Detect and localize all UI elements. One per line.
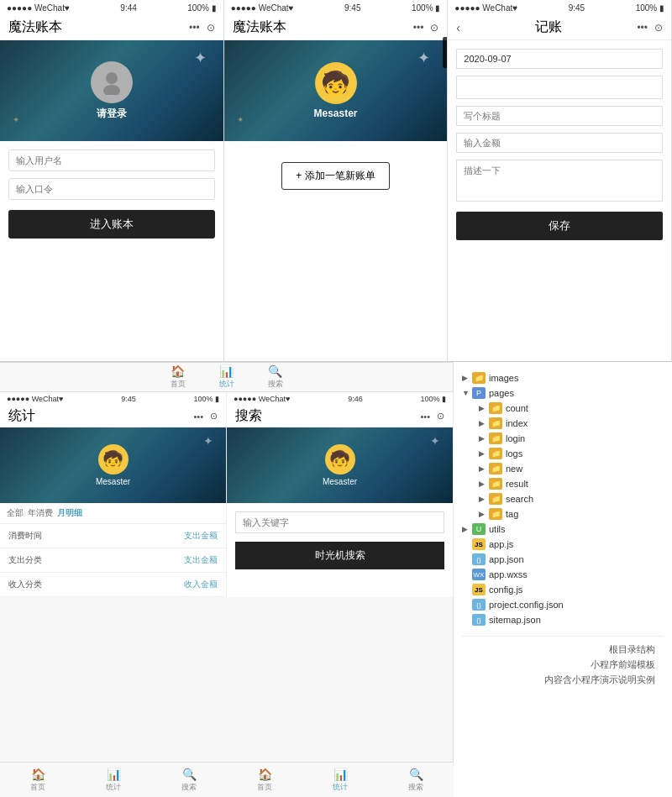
arrow-utils: ▶ <box>462 525 472 533</box>
title-search: 搜索 <box>235 407 262 425</box>
arrow-result: ▶ <box>479 480 489 488</box>
list-item[interactable]: ▶ 📁 login <box>462 431 664 446</box>
hero-name-p1: 请登录 <box>97 107 127 121</box>
bottom-nav: 🏠 首页 📊 统计 🔍 搜索 🏠 首页 📊 统计 🔍 搜索 <box>0 762 454 797</box>
tab-search[interactable]: 🔍 搜索 <box>268 364 283 390</box>
password-input[interactable] <box>8 178 215 200</box>
tree-label-logs: logs <box>506 448 522 459</box>
arrow-count: ▶ <box>479 404 489 412</box>
arrow-search: ▶ <box>479 495 489 503</box>
arrow-tag: ▶ <box>479 510 489 518</box>
scan-icon-p2[interactable]: ⊙ <box>430 22 438 34</box>
list-item[interactable]: ▶ 📁 count <box>462 401 664 416</box>
stats-tab-icon: 📊 <box>219 364 234 378</box>
list-item[interactable]: ▶ 📁 new <box>462 461 664 476</box>
more-icon-p3[interactable]: ••• <box>637 22 648 34</box>
bottom-phones: ●●●●● WeChat♥ 9:45 100% ▮ 统计 ••• ⊙ 🧒 Mes… <box>0 392 454 597</box>
list-item[interactable]: ▶ 📁 images <box>462 370 664 385</box>
list-item[interactable]: ▶ 📁 index <box>462 416 664 431</box>
title-icons-p2: ••• ⊙ <box>413 22 439 34</box>
amount-input[interactable] <box>456 133 663 153</box>
scan-icon-p3[interactable]: ⊙ <box>654 22 663 34</box>
folder-icon-result: 📁 <box>489 478 502 490</box>
nav-stats-1[interactable]: 📊 统计 <box>106 768 121 793</box>
list-item[interactable]: {} sitemap.json <box>462 612 664 627</box>
tree-label-sitemapjson: sitemap.json <box>489 615 541 625</box>
arrow-login: ▶ <box>479 434 489 443</box>
save-button[interactable]: 保存 <box>456 212 663 240</box>
folder-icon-images: 📁 <box>472 372 486 384</box>
list-item[interactable]: ▶ 📁 result <box>462 476 664 491</box>
signal-p1: ●●●●● WeChat♥ <box>7 3 70 13</box>
list-item[interactable]: JS app.js <box>462 537 664 552</box>
search-tab-label: 搜索 <box>268 379 283 390</box>
nav-stats-2[interactable]: 📊 统计 <box>333 768 348 793</box>
filter-year[interactable]: 年消费 <box>28 507 53 519</box>
list-item[interactable]: JS config.js <box>462 582 664 597</box>
search-phone: ●●●●● WeChat♥ 9:46 100% ▮ 搜索 ••• ⊙ 🧒 Mes… <box>227 392 454 597</box>
add-transaction-button[interactable]: + 添加一笔新账单 <box>281 162 389 190</box>
bottom-text-1: 小程序前端模板 <box>470 658 655 671</box>
folder-icon-pages: P <box>472 387 486 399</box>
nav-search-label-2: 搜索 <box>408 782 423 793</box>
nav-search-1[interactable]: 🔍 搜索 <box>181 768 197 793</box>
tab-stats[interactable]: 📊 统计 <box>219 364 234 390</box>
list-item[interactable]: WX app.wxss <box>462 567 664 582</box>
desc-input[interactable] <box>456 160 663 202</box>
home-tab-icon: 🏠 <box>171 364 185 378</box>
tab-home[interactable]: 🏠 首页 <box>171 364 186 390</box>
more-icon-stats[interactable]: ••• <box>193 412 203 422</box>
tree-label-count: count <box>506 403 528 413</box>
username-input[interactable] <box>8 149 215 171</box>
tree-label-appjs: app.js <box>489 539 513 549</box>
more-icon-p2[interactable]: ••• <box>413 22 424 34</box>
more-icon-search[interactable]: ••• <box>420 412 430 422</box>
login-button[interactable]: 进入账本 <box>8 210 215 239</box>
list-item[interactable]: ▶ 📁 search <box>462 491 664 506</box>
tree-label-search: search <box>506 494 533 504</box>
list-item[interactable]: ▶ 📁 tag <box>462 506 664 522</box>
title-icons-p3: ••• ⊙ <box>637 22 663 34</box>
more-icon[interactable]: ••• <box>189 22 200 34</box>
icons-stats: ••• ⊙ <box>193 411 218 422</box>
hero-bg-p1: 请登录 <box>0 40 223 141</box>
tree-label-pages: pages <box>489 388 514 398</box>
scan-icon-stats[interactable]: ⊙ <box>210 411 218 422</box>
nav-stats-icon-1: 📊 <box>107 768 121 781</box>
scan-icon-search[interactable]: ⊙ <box>437 411 444 422</box>
transaction-form: 保存 <box>448 40 671 249</box>
signal-stats: ●●●●● WeChat♥ <box>7 395 63 403</box>
nav-home-1[interactable]: 🏠 首页 <box>30 768 45 793</box>
list-item[interactable]: ▶ U utils <box>462 522 664 537</box>
stats-filters: 全部 年消费 月明细 <box>0 503 226 524</box>
avatar-stats: 🧒 <box>98 444 129 475</box>
scan-icon[interactable]: ⊙ <box>207 22 215 34</box>
row-label-2: 收入分类 <box>8 579 42 590</box>
filter-all[interactable]: 全部 <box>7 507 24 519</box>
nav-stats-icon-2: 📊 <box>333 768 348 781</box>
bottom-text-0: 根目录结构 <box>470 643 655 656</box>
search-tab-icon: 🔍 <box>268 364 282 378</box>
battery-stats: 100% ▮ <box>193 395 219 403</box>
list-item[interactable]: {} project.config.json <box>462 597 664 612</box>
list-item[interactable]: {} app.json <box>462 552 664 567</box>
date-input[interactable] <box>456 49 663 69</box>
row-value-2: 收入金额 <box>184 579 218 590</box>
folder-icon-tag: 📁 <box>489 508 502 520</box>
nav-home-icon-1: 🏠 <box>31 768 45 781</box>
back-icon-p3[interactable]: ‹ <box>456 21 460 34</box>
nav-search-2[interactable]: 🔍 搜索 <box>408 768 423 793</box>
category-input[interactable] <box>456 76 663 99</box>
status-bar-search: ●●●●● WeChat♥ 9:46 100% ▮ <box>227 392 453 406</box>
time-search: 9:46 <box>348 395 363 403</box>
time-search-button[interactable]: 时光机搜索 <box>235 542 444 569</box>
nav-search-icon-1: 🔍 <box>182 768 197 781</box>
folder-icon-logs: 📁 <box>489 448 502 459</box>
tree-label-appjson: app.json <box>489 554 524 564</box>
keyword-input[interactable] <box>235 511 444 533</box>
list-item[interactable]: ▶ 📁 logs <box>462 446 664 461</box>
nav-home-2[interactable]: 🏠 首页 <box>257 768 272 793</box>
list-item[interactable]: ▼ P pages <box>462 385 664 401</box>
filter-month[interactable]: 月明细 <box>57 507 82 519</box>
title-input[interactable] <box>456 106 663 126</box>
